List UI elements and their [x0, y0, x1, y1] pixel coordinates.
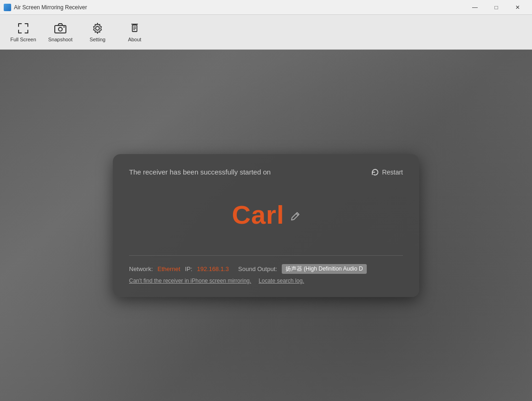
ip-value: 192.168.1.3: [197, 265, 229, 272]
svg-point-3: [96, 26, 99, 30]
ip-label: IP:: [185, 265, 192, 272]
snapshot-label: Snapshoot: [48, 37, 73, 42]
info-card: The receiver has been successfully start…: [113, 154, 419, 297]
help-link-2[interactable]: Locate search log.: [259, 278, 304, 284]
network-value: Ethernet: [157, 265, 180, 272]
title-bar: Air Screen Mirroring Receiver — □ ✕: [0, 0, 532, 15]
minimize-button[interactable]: —: [464, 0, 486, 15]
device-name-area: Carl: [129, 200, 403, 230]
snapshot-button[interactable]: Snapshoot: [42, 17, 79, 47]
gear-icon: [91, 22, 104, 35]
title-bar-left: Air Screen Mirroring Receiver: [4, 4, 87, 11]
fullscreen-icon: [17, 22, 30, 35]
maximize-button[interactable]: □: [486, 0, 507, 15]
sound-label: Sound Output:: [238, 265, 277, 272]
help-row: Can't find the receiver in iPhone screen…: [129, 278, 403, 284]
network-label: Network:: [129, 265, 153, 272]
setting-label: Setting: [90, 37, 105, 42]
svg-point-2: [64, 26, 65, 28]
fullscreen-label: Full Screen: [10, 37, 36, 42]
restart-button[interactable]: Restart: [371, 168, 403, 176]
help-link-1[interactable]: Can't find the receiver in iPhone screen…: [129, 278, 251, 284]
close-button[interactable]: ✕: [507, 0, 528, 15]
card-footer: Network: Ethernet IP: 192.168.1.3 Sound …: [129, 255, 403, 284]
device-name: Carl: [232, 200, 285, 230]
main-content: The receiver has been successfully start…: [0, 50, 532, 401]
status-text: The receiver has been successfully start…: [129, 168, 271, 176]
card-header: The receiver has been successfully start…: [129, 168, 403, 176]
camera-icon: [54, 22, 67, 35]
restart-label: Restart: [382, 168, 403, 176]
svg-point-1: [58, 27, 62, 31]
window-title: Air Screen Mirroring Receiver: [14, 4, 87, 11]
network-row: Network: Ethernet IP: 192.168.1.3 Sound …: [129, 264, 403, 274]
toolbar: Full Screen Snapshoot Setting: [0, 15, 532, 50]
restart-icon: [371, 168, 379, 176]
setting-button[interactable]: Setting: [79, 17, 116, 47]
edit-icon[interactable]: [291, 212, 300, 221]
about-label: About: [128, 37, 142, 42]
app-icon: [4, 4, 11, 11]
fullscreen-button[interactable]: Full Screen: [5, 17, 42, 47]
window-controls: — □ ✕: [464, 0, 528, 15]
about-button[interactable]: About: [116, 17, 153, 47]
about-icon: [128, 22, 141, 35]
sound-value: 扬声器 (High Definition Audio D: [282, 264, 367, 274]
